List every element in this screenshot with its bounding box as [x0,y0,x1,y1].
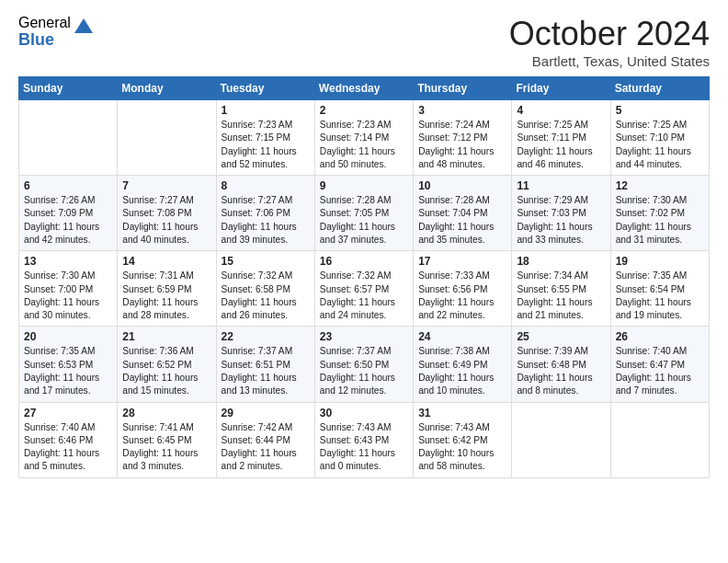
day-cell: 22 Sunrise: 7:37 AM Sunset: 6:51 PM Dayl… [216,327,314,402]
sunrise: Sunrise: 7:23 AM [320,120,392,130]
sunrise: Sunrise: 7:25 AM [616,120,688,130]
day-number: 27 [24,407,112,419]
week-row-3: 13 Sunrise: 7:30 AM Sunset: 7:00 PM Dayl… [19,251,710,327]
header-cell-monday: Monday [118,77,216,100]
sunrise: Sunrise: 7:26 AM [24,195,96,205]
day-info: Sunrise: 7:35 AM Sunset: 6:54 PM Dayligh… [616,270,704,322]
sunset: Sunset: 7:09 PM [24,208,93,218]
daylight: Daylight: 11 hours and 40 minutes. [122,222,198,245]
header-cell-thursday: Thursday [414,77,512,100]
day-number: 31 [418,407,506,419]
sunset: Sunset: 6:47 PM [616,360,685,370]
day-number: 3 [418,104,506,117]
sunrise: Sunrise: 7:35 AM [616,270,688,281]
sunset: Sunset: 6:49 PM [418,360,487,370]
day-cell: 28 Sunrise: 7:41 AM Sunset: 6:45 PM Dayl… [118,402,216,477]
sunset: Sunset: 7:11 PM [517,132,586,143]
logo-general: General [18,15,71,31]
sunset: Sunset: 6:50 PM [320,360,389,370]
day-cell: 4 Sunrise: 7:25 AM Sunset: 7:11 PM Dayli… [512,100,610,176]
sunset: Sunset: 6:55 PM [517,284,586,294]
day-number: 1 [222,104,310,117]
daylight: Daylight: 11 hours and 39 minutes. [222,222,297,245]
day-info: Sunrise: 7:37 AM Sunset: 6:50 PM Dayligh… [320,345,408,397]
day-info: Sunrise: 7:25 AM Sunset: 7:11 PM Dayligh… [517,119,605,171]
location-title: Bartlett, Texas, United States [509,53,710,69]
day-cell: 10 Sunrise: 7:28 AM Sunset: 7:04 PM Dayl… [414,176,512,251]
day-number: 29 [222,407,310,419]
sunrise: Sunrise: 7:32 AM [320,270,392,281]
daylight: Daylight: 11 hours and 44 minutes. [616,146,691,169]
daylight: Daylight: 11 hours and 10 minutes. [418,373,494,396]
day-number: 10 [418,179,506,192]
day-info: Sunrise: 7:35 AM Sunset: 6:53 PM Dayligh… [24,345,112,397]
day-number: 26 [616,330,704,343]
sunset: Sunset: 6:42 PM [418,435,487,445]
day-cell [610,402,709,477]
sunrise: Sunrise: 7:38 AM [418,346,490,356]
sunset: Sunset: 7:06 PM [222,208,290,218]
header-row: SundayMondayTuesdayWednesdayThursdayFrid… [19,77,710,100]
day-number: 2 [320,104,408,117]
sunset: Sunset: 6:54 PM [616,284,685,294]
sunrise: Sunrise: 7:28 AM [320,195,392,205]
header: General Blue October 2024 Bartlett, Texa… [18,15,710,69]
sunset: Sunset: 6:53 PM [24,360,93,370]
daylight: Daylight: 11 hours and 35 minutes. [418,222,494,245]
sunset: Sunset: 6:58 PM [222,284,290,294]
daylight: Daylight: 11 hours and 3 minutes. [122,448,198,471]
daylight: Daylight: 11 hours and 22 minutes. [418,297,494,320]
day-number: 14 [122,255,210,268]
day-info: Sunrise: 7:43 AM Sunset: 6:43 PM Dayligh… [320,421,408,474]
day-cell: 31 Sunrise: 7:43 AM Sunset: 6:42 PM Dayl… [414,402,512,477]
day-info: Sunrise: 7:36 AM Sunset: 6:52 PM Dayligh… [122,345,210,397]
daylight: Daylight: 11 hours and 30 minutes. [24,297,99,320]
day-number: 20 [24,330,112,343]
sunset: Sunset: 6:57 PM [320,284,389,294]
sunrise: Sunrise: 7:39 AM [517,346,588,356]
week-row-4: 20 Sunrise: 7:35 AM Sunset: 6:53 PM Dayl… [19,327,710,402]
day-cell: 24 Sunrise: 7:38 AM Sunset: 6:49 PM Dayl… [414,327,512,402]
sunrise: Sunrise: 7:42 AM [222,422,293,432]
sunrise: Sunrise: 7:27 AM [122,195,194,205]
day-info: Sunrise: 7:28 AM Sunset: 7:04 PM Dayligh… [418,194,506,247]
sunrise: Sunrise: 7:25 AM [517,120,588,130]
daylight: Daylight: 11 hours and 13 minutes. [222,373,297,396]
day-number: 9 [320,179,408,192]
sunset: Sunset: 7:15 PM [222,132,290,143]
day-info: Sunrise: 7:39 AM Sunset: 6:48 PM Dayligh… [517,345,605,397]
sunrise: Sunrise: 7:43 AM [418,422,490,432]
daylight: Daylight: 11 hours and 15 minutes. [122,373,198,396]
day-number: 18 [517,255,605,268]
day-cell: 14 Sunrise: 7:31 AM Sunset: 6:59 PM Dayl… [118,251,216,327]
day-cell: 25 Sunrise: 7:39 AM Sunset: 6:48 PM Dayl… [512,327,610,402]
day-cell: 19 Sunrise: 7:35 AM Sunset: 6:54 PM Dayl… [610,251,709,327]
sunrise: Sunrise: 7:28 AM [418,195,490,205]
sunset: Sunset: 7:08 PM [122,208,191,218]
day-cell [512,402,610,477]
week-row-1: 1 Sunrise: 7:23 AM Sunset: 7:15 PM Dayli… [19,100,710,176]
day-info: Sunrise: 7:41 AM Sunset: 6:45 PM Dayligh… [122,421,210,474]
daylight: Daylight: 11 hours and 48 minutes. [418,146,494,169]
logo-text: General Blue [18,15,71,49]
day-info: Sunrise: 7:23 AM Sunset: 7:14 PM Dayligh… [320,119,408,171]
daylight: Daylight: 11 hours and 46 minutes. [517,146,592,169]
daylight: Daylight: 11 hours and 17 minutes. [24,373,99,396]
day-number: 6 [24,179,112,192]
sunset: Sunset: 6:56 PM [418,284,487,294]
day-cell: 2 Sunrise: 7:23 AM Sunset: 7:14 PM Dayli… [314,100,413,176]
sunset: Sunset: 7:04 PM [418,208,487,218]
sunrise: Sunrise: 7:34 AM [517,270,588,281]
day-cell: 17 Sunrise: 7:33 AM Sunset: 6:56 PM Dayl… [414,251,512,327]
daylight: Daylight: 11 hours and 19 minutes. [616,297,691,320]
day-cell: 15 Sunrise: 7:32 AM Sunset: 6:58 PM Dayl… [216,251,314,327]
sunset: Sunset: 6:52 PM [122,360,191,370]
day-cell [19,100,118,176]
day-number: 5 [616,104,704,117]
sunrise: Sunrise: 7:30 AM [616,195,688,205]
title-block: October 2024 Bartlett, Texas, United Sta… [509,15,710,69]
sunset: Sunset: 7:10 PM [616,132,685,143]
day-number: 23 [320,330,408,343]
sunset: Sunset: 6:46 PM [24,435,93,445]
day-cell: 30 Sunrise: 7:43 AM Sunset: 6:43 PM Dayl… [314,402,413,477]
